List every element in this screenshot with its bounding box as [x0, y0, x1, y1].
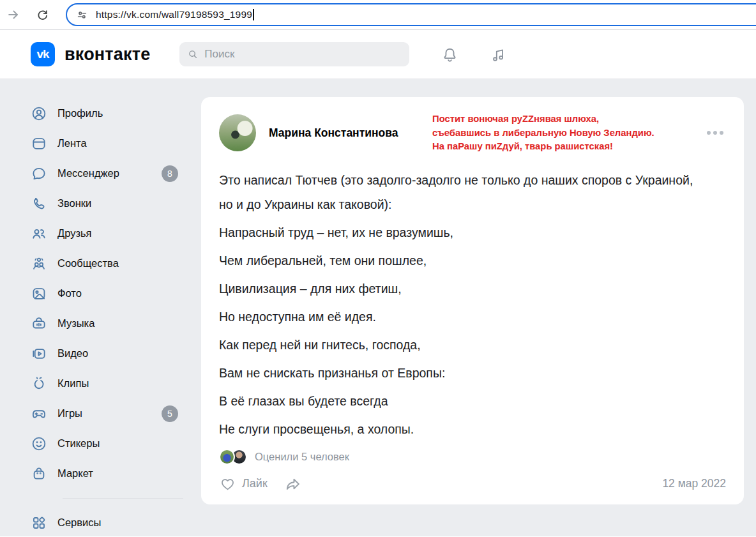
- music-note-icon[interactable]: [490, 46, 507, 63]
- post-header: Марина Константинова Постит вонючая руZZ…: [219, 112, 726, 154]
- likes-count-text[interactable]: Оценили 5 человек: [255, 451, 349, 463]
- sidebar-item-label: Стикеры: [57, 437, 100, 450]
- sidebar-item-friends[interactable]: Друзья: [31, 218, 201, 248]
- sidebar-item-calls[interactable]: Звонки: [31, 188, 201, 218]
- games-badge: 5: [162, 405, 178, 422]
- post-paragraph: Это написал Тютчев (это задолго-задолго …: [219, 168, 698, 216]
- post-paragraph: Вам не снискать признанья от Европы:: [219, 361, 698, 385]
- like-button[interactable]: Лайк: [219, 475, 268, 492]
- sidebar-item-music[interactable]: Музыка: [31, 308, 201, 338]
- sidebar-item-label: Друзья: [57, 227, 92, 239]
- messenger-icon: [31, 165, 47, 182]
- sidebar-item-games[interactable]: Игры 5: [31, 398, 201, 428]
- sidebar-item-clips[interactable]: Клипы: [31, 368, 201, 398]
- post-paragraph: Не слуги просвещенья, а холопы.: [219, 417, 698, 441]
- sidebar-item-photos[interactable]: Фото: [31, 278, 201, 308]
- sidebar-item-label: Клипы: [57, 377, 89, 390]
- friends-icon: [31, 225, 47, 242]
- sidebar-item-messenger[interactable]: Мессенджер 8: [31, 158, 201, 188]
- sidebar-item-label: Мессенджер: [57, 167, 119, 179]
- post-paragraph: Чем либеральней, тем они пошлее,: [219, 248, 698, 273]
- reload-icon[interactable]: [36, 8, 49, 22]
- feed-icon: [31, 135, 47, 152]
- heart-icon: [219, 475, 236, 492]
- video-icon: [31, 345, 47, 362]
- sidebar-item-label: Музыка: [57, 317, 94, 329]
- sidebar-item-label: Лента: [57, 137, 87, 149]
- post-options-icon[interactable]: [707, 131, 723, 135]
- post-paragraph: Напрасный труд – нет, их не вразумишь,: [219, 220, 698, 245]
- share-button[interactable]: [284, 475, 302, 493]
- sidebar-item-communities[interactable]: Сообщества: [31, 248, 201, 278]
- profile-icon: [31, 105, 47, 122]
- vk-brand-text[interactable]: вконтакте: [64, 45, 150, 64]
- post-author-name[interactable]: Марина Константинова: [269, 126, 398, 140]
- games-gamepad-icon: [31, 405, 47, 422]
- annotation-line: съебавшись в либеральную Новую Зеландию.: [432, 126, 698, 140]
- vk-top-bar: vk вконтакте Поиск: [0, 30, 756, 79]
- search-icon: [187, 49, 199, 60]
- clips-icon: [31, 375, 47, 392]
- forward-arrow-icon[interactable]: [6, 8, 20, 22]
- sidebar-item-label: Сообщества: [57, 257, 119, 269]
- sidebar-nav: Профиль Лента Мессенджер 8 Звонки: [0, 79, 201, 536]
- sidebar-item-label: Видео: [57, 347, 88, 359]
- wall-post: Марина Константинова Постит вонючая руZZ…: [201, 97, 744, 504]
- calls-icon: [31, 195, 47, 212]
- sidebar-item-label: Профиль: [57, 107, 103, 119]
- post-paragraph: Но недоступна им её идея.: [219, 305, 698, 329]
- post-date[interactable]: 12 мар 2022: [662, 477, 726, 490]
- sidebar-item-label: Маркет: [57, 467, 93, 480]
- post-text: Это написал Тютчев (это задолго-задолго …: [219, 168, 726, 441]
- sidebar-item-market[interactable]: Маркет: [31, 458, 201, 488]
- sidebar-item-label: Фото: [57, 287, 82, 299]
- messenger-badge: 8: [162, 165, 178, 182]
- vk-logo[interactable]: vk: [31, 42, 55, 66]
- red-annotation: Постит вонючая руZZнявая шлюха, съебавши…: [432, 112, 698, 154]
- sidebar-divider: [63, 498, 183, 499]
- post-paragraph: В её глазах вы будете всегда: [219, 389, 698, 413]
- sidebar-item-label: Сервисы: [57, 517, 101, 529]
- sidebar-item-services[interactable]: Сервисы: [31, 508, 201, 537]
- sidebar-item-video[interactable]: Видео: [31, 338, 201, 368]
- post-paragraph: Цивилизация – для них фетиш,: [219, 276, 698, 301]
- author-avatar[interactable]: [219, 114, 256, 151]
- sidebar-item-label: Звонки: [57, 197, 91, 209]
- annotation-line: Постит вонючая руZZнявая шлюха,: [432, 112, 698, 126]
- communities-icon: [31, 255, 47, 272]
- annotation-line: На паРашу пиZдуй, тварь рашистская!: [432, 140, 698, 154]
- browser-toolbar: https://vk.com/wall79198593_1999: [0, 0, 756, 30]
- liker-avatar[interactable]: [219, 449, 235, 465]
- site-settings-icon[interactable]: [76, 9, 88, 21]
- post-paragraph: Как перед ней ни гнитесь, господа,: [219, 333, 698, 357]
- sidebar-item-feed[interactable]: Лента: [31, 128, 201, 158]
- content-column: Марина Константинова Постит вонючая руZZ…: [201, 79, 756, 536]
- sidebar-item-profile[interactable]: Профиль: [31, 98, 201, 128]
- sidebar-item-stickers[interactable]: Стикеры: [31, 428, 201, 458]
- like-label: Лайк: [242, 477, 268, 490]
- url-text[interactable]: https://vk.com/wall79198593_1999: [96, 9, 252, 20]
- share-arrow-icon: [284, 475, 302, 493]
- search-placeholder: Поиск: [204, 48, 234, 61]
- services-grid-icon: [31, 515, 47, 531]
- notifications-bell-icon[interactable]: [441, 46, 458, 63]
- address-bar[interactable]: https://vk.com/wall79198593_1999: [66, 3, 756, 26]
- stickers-smiley-icon: [31, 435, 47, 452]
- photos-icon: [31, 285, 47, 302]
- market-bag-icon: [31, 465, 47, 482]
- music-boombox-icon: [31, 315, 47, 332]
- likers-row[interactable]: Оценили 5 человек: [219, 449, 726, 465]
- page-body: Профиль Лента Мессенджер 8 Звонки: [0, 79, 756, 536]
- text-caret: [253, 9, 254, 20]
- sidebar-item-label: Игры: [57, 407, 82, 420]
- search-input[interactable]: Поиск: [179, 42, 409, 66]
- post-actions: Лайк 12 мар 2022: [219, 475, 726, 493]
